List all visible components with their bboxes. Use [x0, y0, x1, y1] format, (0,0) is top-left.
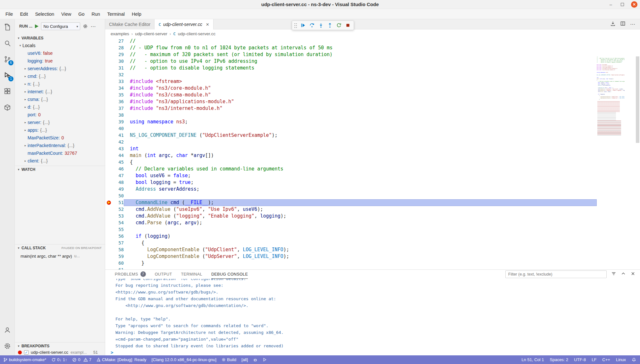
tab-terminal[interactable]: TERMINAL [181, 270, 202, 279]
code-line[interactable]: 56 if (logging) [105, 233, 597, 240]
breakpoint-gutter[interactable] [105, 179, 113, 186]
line-number[interactable]: 28 [113, 45, 124, 51]
menu-selection[interactable]: Selection [31, 9, 58, 19]
code-line[interactable]: 58 LogComponentEnable ("UdpClient", LOG_… [105, 246, 597, 253]
minimap[interactable]: //// - UDP flow from n0 to n1 of 1024 by… [597, 56, 625, 210]
code-line[interactable]: 30// - option to use IPv4 or IPv6 addres… [105, 58, 597, 65]
variable-row[interactable]: MaxPacketSize:0 [15, 134, 105, 142]
code-line-text[interactable]: bool logging = true; [124, 179, 597, 186]
code-line-text[interactable]: #include "ns3/applications-module.h" [124, 98, 597, 105]
breadcrumb-item[interactable]: udp-client-server.cc [178, 31, 215, 36]
breakpoint-gutter[interactable] [105, 260, 113, 267]
code-line[interactable]: 49 Address serverAddress; [105, 186, 597, 193]
line-number[interactable]: 61 [113, 267, 124, 269]
build-target-button[interactable]: [all] [241, 357, 248, 362]
breakpoint-gutter[interactable] [105, 139, 113, 145]
code-line[interactable]: 46 // Declare variables used in command-… [105, 166, 597, 172]
stop-button[interactable] [344, 21, 352, 29]
code-line-text[interactable]: cmd.AddValue ("useIpv6", "Use Ipv6", use… [124, 206, 597, 213]
download-icon[interactable] [610, 21, 616, 28]
code-editor[interactable]: 27//28// - UDP flow from n0 to n1 of 102… [105, 38, 640, 269]
breakpoint-gutter[interactable] [105, 226, 113, 233]
code-line-text[interactable]: NS_LOG_COMPONENT_DEFINE ("UdpClientServe… [124, 132, 597, 139]
code-line[interactable]: 47 bool useV6 = false; [105, 172, 597, 179]
line-number[interactable]: 50 [113, 193, 124, 199]
code-line-text[interactable]: { [124, 240, 597, 246]
line-number[interactable]: 56 [113, 233, 124, 240]
code-line-text[interactable]: main (int argc, char *argv[]) [124, 152, 597, 159]
code-line-text[interactable]: using namespace ns3; [124, 119, 597, 125]
line-number[interactable]: 30 [113, 58, 124, 65]
line-number[interactable]: 57 [113, 240, 124, 246]
more-actions-icon[interactable]: ⋯ [90, 23, 96, 29]
code-line-text[interactable]: #include "ns3/csma-module.h" [124, 92, 597, 98]
breakpoint-gutter[interactable] [105, 132, 113, 139]
code-line[interactable]: 27// [105, 38, 597, 45]
code-line-text[interactable]: LogComponentEnable ("UdpServer", LOG_LEV… [124, 253, 597, 260]
eol-status[interactable]: LF [592, 357, 596, 362]
line-number[interactable]: 58 [113, 246, 124, 253]
code-line[interactable]: 60 } [105, 260, 597, 267]
menu-help[interactable]: Help [128, 9, 145, 19]
code-line-text[interactable]: // - UDP flow from n0 to n1 of 1024 byte… [124, 45, 597, 51]
breadcrumb-item[interactable]: udp-client-server [135, 31, 167, 36]
tab-problems[interactable]: PROBLEMS 7 [115, 270, 146, 279]
package-icon[interactable] [0, 99, 15, 115]
code-line[interactable]: 50 [105, 193, 597, 199]
code-line[interactable]: 52 cmd.AddValue ("useIpv6", "Use Ipv6", … [105, 206, 597, 213]
explorer-icon[interactable] [0, 19, 15, 35]
launch-config-dropdown[interactable]: No Configura ▾ [41, 22, 80, 30]
code-line[interactable]: 33#include <fstream> [105, 78, 597, 85]
console-filter-input[interactable] [505, 270, 607, 278]
breakpoint-gutter[interactable] [105, 85, 113, 92]
step-over-button[interactable] [308, 21, 316, 29]
variables-section-header[interactable]: ▾ VARIABLES [15, 35, 105, 42]
code-line-text[interactable]: cmd.Parse (argc, argv); [124, 219, 597, 226]
code-line-text[interactable]: // Declare variables used in command-lin… [124, 166, 597, 172]
tab-output[interactable]: OUTPUT [155, 270, 172, 279]
line-number[interactable]: 59 [113, 253, 124, 260]
source-control-icon[interactable]: 6 [0, 51, 15, 67]
breakpoint-gutter[interactable] [105, 267, 113, 269]
breakpoint-row[interactable]: ✓ udp-client-server.cc exampl... 51 [15, 349, 105, 355]
code-line-text[interactable]: LogComponentEnable ("UdpClient", LOG_LEV… [124, 246, 597, 253]
tab-debug-console[interactable]: DEBUG CONSOLE [211, 270, 248, 279]
breakpoint-gutter[interactable] [105, 92, 113, 98]
tab-cmake-cache-editor[interactable]: CMake Cache Editor [105, 19, 155, 29]
call-stack-section-header[interactable]: ▾ CALL STACK PAUSED ON BREAKPOINT [15, 244, 105, 251]
code-line-text[interactable]: if (logging) [124, 233, 597, 240]
code-line[interactable]: 54 cmd.Parse (argc, argv); [105, 219, 597, 226]
variable-row[interactable]: maxPacketCount:32767 [15, 149, 105, 157]
code-line[interactable]: 51 CommandLine cmd (__FILE__); [105, 199, 597, 206]
variable-row[interactable]: ▸d:{...} [15, 103, 105, 111]
call-stack-frame[interactable]: main(int argc, char ** argv) u... [15, 252, 105, 260]
line-number[interactable]: 31 [113, 65, 124, 71]
line-number[interactable]: 27 [113, 38, 124, 45]
cmake-status[interactable]: CMake: [Debug]: Ready [97, 357, 147, 362]
variable-row[interactable]: ▾Locals [15, 42, 105, 49]
line-number[interactable]: 44 [113, 152, 124, 159]
breakpoint-gutter[interactable] [105, 240, 113, 246]
variable-row[interactable]: ▸csma:{...} [15, 95, 105, 103]
line-number[interactable]: 32 [113, 71, 124, 78]
variable-row[interactable]: port:0 [15, 111, 105, 119]
breakpoint-gutter[interactable] [105, 213, 113, 219]
line-number[interactable]: 41 [113, 132, 124, 139]
code-line[interactable]: 28// - UDP flow from n0 to n1 of 1024 by… [105, 45, 597, 51]
encoding-status[interactable]: UTF-8 [574, 357, 586, 362]
code-line[interactable]: 38 [105, 112, 597, 119]
code-line-text[interactable] [124, 226, 597, 233]
menu-edit[interactable]: Edit [16, 9, 31, 19]
line-number[interactable]: 51 [113, 199, 124, 206]
watch-section-header[interactable]: ▾ WATCH [15, 166, 105, 173]
code-line[interactable]: 41NS_LOG_COMPONENT_DEFINE ("UdpClientSer… [105, 132, 597, 139]
line-number[interactable]: 49 [113, 186, 124, 193]
indentation-status[interactable]: Spaces: 2 [550, 357, 568, 362]
breakpoint-gutter[interactable] [105, 193, 113, 199]
code-line-text[interactable] [124, 193, 597, 199]
code-line[interactable]: 37#include "ns3/internet-module.h" [105, 105, 597, 112]
configure-gear-icon[interactable] [83, 24, 88, 29]
split-editor-icon[interactable] [620, 21, 626, 28]
variable-row[interactable]: ▸server:{...} [15, 119, 105, 126]
sync-status[interactable]: 0↓ 1↑ [51, 357, 67, 362]
